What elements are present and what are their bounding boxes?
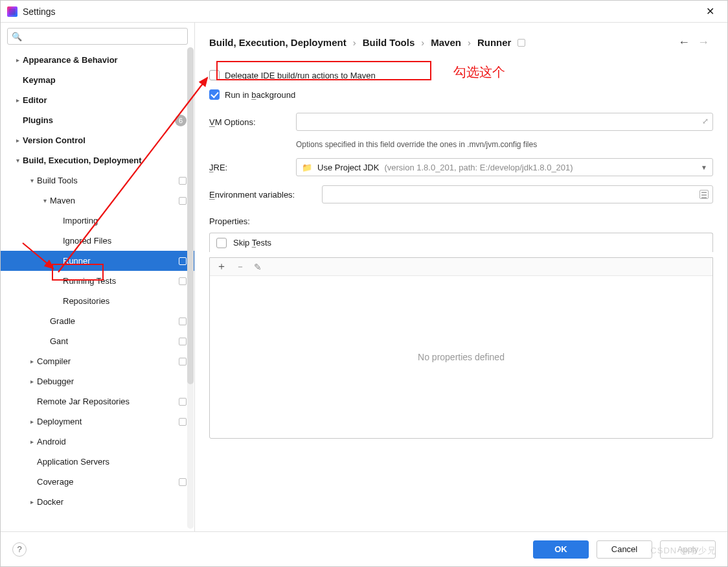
nav-back-icon[interactable]: ← [674,33,694,52]
env-label: Environment variables: [209,190,313,200]
sidebar-item-label: Application Servers [37,457,187,467]
background-label: Run in background [225,90,295,100]
breadcrumb-segment[interactable]: Maven [431,37,461,48]
sidebar-item-remote-jar-repositories[interactable]: Remote Jar Repositories [1,391,194,411]
chevron-right-icon: ▸ [12,137,23,144]
jre-row: JRE: 📁 Use Project JDK (version 1.8.0_20… [209,158,713,176]
scope-icon [179,197,187,205]
properties-panel: ＋ － ✎ No properties defined [209,257,713,439]
background-checkbox[interactable] [209,89,220,100]
sidebar-item-label: Build, Execution, Deployment [23,156,187,165]
settings-tree[interactable]: ▸Appearance & BehaviorKeymap▸EditorPlugi… [1,47,194,531]
body: 🔍 ▸Appearance & BehaviorKeymap▸EditorPlu… [1,23,727,531]
folder-icon: 📁 [302,163,312,172]
breadcrumb-segment[interactable]: Build Tools [363,37,415,48]
main-panel: Build, Execution, Deployment›Build Tools… [195,23,727,531]
sidebar-item-ignored-files[interactable]: Ignored Files [1,231,194,251]
properties-label: Properties: [209,216,713,226]
sidebar-item-label: Importing [63,216,187,226]
sidebar-item-label: Debugger [37,376,187,386]
sidebar-item-compiler[interactable]: ▸Compiler [1,351,194,371]
search-icon: 🔍 [12,32,22,41]
sidebar-item-label: Version Control [23,135,187,145]
search-box[interactable]: 🔍 [7,28,188,45]
vm-row: VM Options: ⤢ [209,113,713,131]
chevron-right-icon: › [353,37,356,48]
sidebar-item-version-control[interactable]: ▸Version Control [1,130,194,150]
runner-form: Delegate IDE build/run actions to Maven … [209,67,713,439]
sidebar-item-keymap[interactable]: Keymap [1,70,194,90]
close-icon[interactable]: ✕ [700,3,721,20]
sidebar-item-editor[interactable]: ▸Editor [1,90,194,110]
edit-icon[interactable]: ✎ [254,262,262,272]
breadcrumb-segment[interactable]: Build, Execution, Deployment [209,37,347,48]
chevron-down-icon: ▾ [12,157,23,164]
skip-tests-label: Skip Tests [233,238,271,248]
breadcrumb: Build, Execution, Deployment›Build Tools… [209,37,674,48]
titlebar: Settings ✕ [1,1,727,23]
chevron-down-icon: ▾ [27,177,37,184]
background-row[interactable]: Run in background [209,89,713,100]
scope-icon [179,177,187,185]
add-icon[interactable]: ＋ [216,260,227,273]
sidebar-item-importing[interactable]: Importing [1,211,194,231]
cancel-button[interactable]: Cancel [597,540,652,559]
footer: ? OK Cancel Apply [1,531,727,566]
sidebar-item-gradle[interactable]: Gradle [1,311,194,331]
chevron-right-icon: › [421,37,424,48]
properties-section: Properties: Skip Tests ＋ － ✎ No properti… [209,216,713,439]
sidebar-item-runner[interactable]: Runner [1,251,194,271]
chevron-right-icon: ▸ [27,438,37,445]
sidebar-item-build-execution-deployment[interactable]: ▾Build, Execution, Deployment [1,150,194,170]
breadcrumb-segment[interactable]: Runner [477,37,512,48]
chevron-down-icon: ▼ [701,164,707,171]
nav-forward-icon[interactable]: → [694,33,713,52]
sidebar-item-gant[interactable]: Gant [1,331,194,351]
sidebar-item-repositories[interactable]: Repositories [1,291,194,311]
sidebar-item-label: Deployment [37,417,176,426]
sidebar-item-label: Appearance & Behavior [23,55,187,65]
sidebar-item-label: Ignored Files [63,236,187,246]
scope-icon [179,318,187,325]
watermark: CSDN @李少兄 [650,545,716,557]
jre-select[interactable]: 📁 Use Project JDK (version 1.8.0_201, pa… [296,158,713,176]
sidebar-item-label: Repositories [63,296,187,306]
env-row: Environment variables: [209,185,713,203]
sidebar-item-deployment[interactable]: ▸Deployment [1,411,194,432]
sidebar-item-debugger[interactable]: ▸Debugger [1,371,194,391]
scope-icon [179,418,187,426]
sidebar-item-label: Running Tests [63,276,176,286]
sidebar-item-label: Remote Jar Repositories [37,397,176,406]
sidebar-item-running-tests[interactable]: Running Tests [1,271,194,291]
sidebar-item-appearance-behavior[interactable]: ▸Appearance & Behavior [1,50,194,70]
ok-button[interactable]: OK [533,540,589,559]
sidebar-item-label: Maven [50,196,176,205]
settings-window: Settings ✕ 🔍 ▸Appearance & BehaviorKeyma… [0,0,728,567]
chevron-right-icon: ▸ [12,56,23,64]
scope-icon [179,277,187,285]
sidebar-item-maven[interactable]: ▾Maven [1,191,194,211]
skip-tests-row[interactable]: Skip Tests [209,233,713,252]
chevron-right-icon: ▸ [27,358,37,365]
delegate-checkbox[interactable] [209,70,220,80]
sidebar-item-android[interactable]: ▸Android [1,432,194,452]
sidebar-item-coverage[interactable]: Coverage [1,472,194,492]
sidebar-item-plugins[interactable]: Plugins6 [1,110,194,130]
sidebar-item-docker[interactable]: ▸Docker [1,492,194,512]
search-input[interactable] [25,31,183,42]
sidebar-item-label: Runner [63,256,176,266]
scrollbar-thumb[interactable] [187,47,194,384]
list-icon[interactable] [700,190,709,199]
env-input[interactable] [322,185,713,203]
properties-empty: No properties defined [210,276,712,438]
scope-icon [179,257,187,265]
jre-detail: (version 1.8.0_201, path: E:/develop/jdk… [384,163,573,172]
sidebar-item-label: Editor [23,95,187,105]
vm-options-input[interactable]: ⤢ [296,113,713,131]
expand-icon[interactable]: ⤢ [702,117,709,126]
sidebar-item-application-servers[interactable]: Application Servers [1,452,194,472]
remove-icon[interactable]: － [236,261,245,273]
help-icon[interactable]: ? [12,542,27,557]
skip-tests-checkbox[interactable] [216,238,227,248]
sidebar-item-build-tools[interactable]: ▾Build Tools [1,170,194,191]
